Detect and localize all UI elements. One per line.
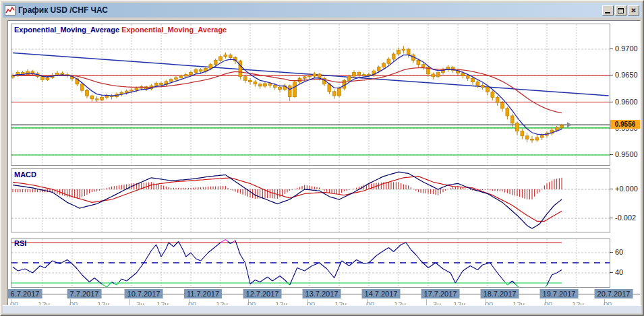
rsi-indicator-panel[interactable] xyxy=(11,239,610,288)
minimize-icon xyxy=(605,12,610,13)
date-label: 12.7.2017 xyxy=(243,289,282,298)
price-axis-label: 0.9650 xyxy=(615,71,638,79)
ema-slow-legend-label: Exponential_Moving_Average xyxy=(121,26,227,34)
minimize-button[interactable] xyxy=(602,5,614,15)
date-label: 10.7.2017 xyxy=(125,289,163,298)
title-bar[interactable]: График USD /CHF ЧАС ✕ xyxy=(3,3,641,18)
price-axis-label: 0.9700 xyxy=(615,44,638,53)
axis-tick xyxy=(610,189,613,189)
ema-fast-legend-label: Exponential_Moving_Average xyxy=(14,26,119,34)
axis-tick xyxy=(610,154,613,155)
date-label: 20.7.2017 xyxy=(595,289,633,298)
axis-tick xyxy=(610,272,613,273)
indicator-legend: Exponential_Moving_Average Exponential_M… xyxy=(14,26,227,34)
maximize-button[interactable] xyxy=(615,5,626,15)
axis-tick xyxy=(610,75,613,75)
date-label: 17.7.2017 xyxy=(421,289,460,298)
date-label: 11.7.2017 xyxy=(184,289,222,298)
axis-tick xyxy=(610,218,613,218)
axis-tick xyxy=(610,102,613,102)
axis-tick xyxy=(610,49,613,49)
price-chart-panel[interactable] xyxy=(11,24,610,166)
date-label: 6.7.2017 xyxy=(8,289,42,298)
chart-app-icon xyxy=(5,5,16,15)
macd-panel-label: MACD xyxy=(14,170,36,179)
date-label: 18.7.2017 xyxy=(481,289,519,298)
price-axis-label: 0.9500 xyxy=(615,150,638,158)
macd-indicator-panel[interactable] xyxy=(11,168,610,232)
date-label: 19.7.2017 xyxy=(540,289,579,298)
date-label: 14.7.2017 xyxy=(362,289,401,298)
rsi-panel-label: RSI xyxy=(14,239,26,247)
macd-axis-label: +0.000 xyxy=(615,185,638,193)
rsi-axis-label: 40 xyxy=(615,268,623,276)
horizontal-scrollbar[interactable] xyxy=(3,305,641,313)
date-label: 13.7.2017 xyxy=(303,289,341,298)
price-axis-label: 0.9600 xyxy=(615,98,638,106)
maximize-icon xyxy=(618,8,624,13)
axis-tick xyxy=(610,252,613,253)
date-label: 7.7.2017 xyxy=(67,289,102,298)
current-price-tag: 0.9556 xyxy=(610,120,640,129)
chart-window: График USD /CHF ЧАС ✕ Exponential_Moving… xyxy=(0,0,644,316)
close-button[interactable]: ✕ xyxy=(628,5,639,15)
window-title: График USD /CHF ЧАС xyxy=(18,5,602,15)
macd-axis-label: -0.002 xyxy=(615,214,636,222)
close-icon: ✕ xyxy=(628,6,639,15)
rsi-axis-label: 60 xyxy=(615,248,623,256)
